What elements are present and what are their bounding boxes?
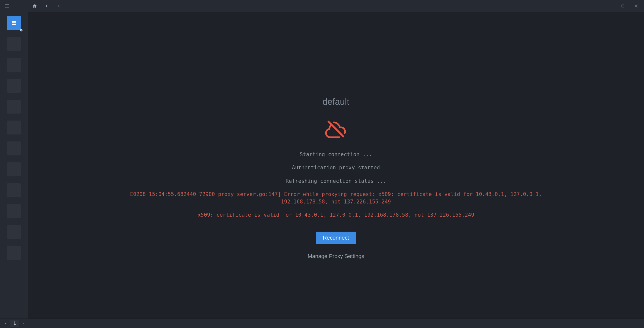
log-line: Refreshing connection status ...: [112, 178, 560, 185]
svg-line-13: [328, 121, 344, 136]
gear-icon: [20, 28, 23, 32]
close-icon: [635, 5, 638, 8]
menu-button[interactable]: [2, 1, 12, 11]
log-line: E0208 15:04:55.682440 72900 proxy_server…: [112, 191, 560, 206]
close-button[interactable]: [630, 2, 642, 10]
rail-item-11[interactable]: [7, 246, 21, 260]
cloud-off-icon: [323, 119, 349, 139]
home-button[interactable]: [30, 1, 40, 11]
page-next-button[interactable]: [20, 320, 27, 327]
rail-item-8[interactable]: [7, 183, 21, 197]
connection-name: default: [322, 97, 349, 107]
left-rail: [0, 12, 28, 318]
page-prev-button[interactable]: [2, 320, 9, 327]
caret-right-icon: [22, 322, 25, 325]
hamburger-icon: [4, 4, 10, 9]
maximize-icon: [621, 5, 624, 8]
log-container: Starting connection ...Authentication pr…: [112, 151, 560, 225]
titlebar: [0, 0, 644, 12]
log-line: Authentication proxy started: [112, 164, 560, 171]
nav-group: [30, 1, 64, 11]
minimize-icon: [608, 5, 611, 8]
main-area: default Starting connection ...Authentic…: [0, 12, 644, 318]
list-icon: [11, 20, 17, 26]
statusbar: 1: [0, 318, 644, 328]
svg-rect-7: [12, 21, 13, 22]
window-controls: [604, 2, 642, 10]
rail-item-overview[interactable]: [7, 16, 21, 30]
svg-rect-11: [12, 24, 13, 25]
rail-item-5[interactable]: [7, 120, 21, 134]
svg-rect-12: [13, 24, 16, 25]
maximize-button[interactable]: [617, 2, 628, 10]
arrow-right-icon: [56, 4, 61, 9]
reconnect-button[interactable]: Reconnect: [316, 232, 356, 244]
svg-rect-9: [12, 23, 13, 24]
home-icon: [32, 4, 37, 9]
minimize-button[interactable]: [604, 2, 615, 10]
svg-rect-4: [622, 5, 624, 7]
rail-item-1[interactable]: [7, 37, 21, 51]
log-line: x509: certificate is valid for 10.43.0.1…: [112, 211, 560, 219]
content: default Starting connection ...Authentic…: [28, 12, 644, 318]
rail-item-9[interactable]: [7, 204, 21, 218]
forward-button[interactable]: [54, 1, 64, 11]
svg-rect-10: [13, 23, 16, 24]
log-line: Starting connection ...: [112, 151, 560, 158]
rail-item-2[interactable]: [7, 58, 21, 72]
page-number: 1: [10, 320, 20, 327]
back-button[interactable]: [42, 1, 52, 11]
rail-item-6[interactable]: [7, 141, 21, 155]
manage-proxy-link[interactable]: Manage Proxy Settings: [308, 253, 364, 260]
rail-item-7[interactable]: [7, 162, 21, 176]
svg-rect-8: [13, 21, 16, 22]
titlebar-left: [2, 1, 64, 11]
arrow-left-icon: [44, 4, 49, 9]
rail-item-3[interactable]: [7, 79, 21, 93]
rail-item-10[interactable]: [7, 225, 21, 239]
rail-item-4[interactable]: [7, 100, 21, 114]
caret-left-icon: [4, 322, 7, 325]
